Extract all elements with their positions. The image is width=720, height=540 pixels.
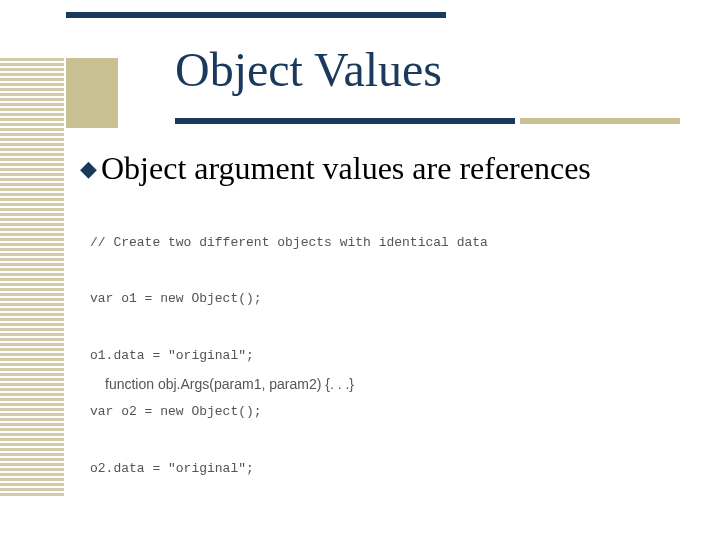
bullet-item: ◆ Object argument values are references [80, 150, 591, 187]
function-definition-text: function obj.Args(param1, param2) {. . .… [105, 376, 354, 392]
slide: Object Values ◆ Object argument values a… [0, 0, 720, 540]
code-line: o1.data = "original"; [90, 347, 680, 366]
code-line: // Create two different objects with ide… [90, 234, 680, 253]
side-accent-block [66, 58, 118, 128]
slide-title: Object Values [175, 42, 442, 97]
title-underline-primary [175, 118, 515, 124]
code-line: var o1 = new Object(); [90, 290, 680, 309]
code-line: var o2 = new Object(); [90, 403, 680, 422]
code-snippet: // Create two different objects with ide… [90, 196, 680, 540]
bullet-text: Object argument values are references [101, 150, 591, 187]
diamond-bullet-icon: ◆ [80, 158, 97, 180]
side-stripe-decoration [0, 58, 64, 498]
code-line: o2.data = "original"; [90, 460, 680, 479]
title-underline-accent [520, 118, 680, 124]
top-horizontal-rule [66, 12, 446, 18]
